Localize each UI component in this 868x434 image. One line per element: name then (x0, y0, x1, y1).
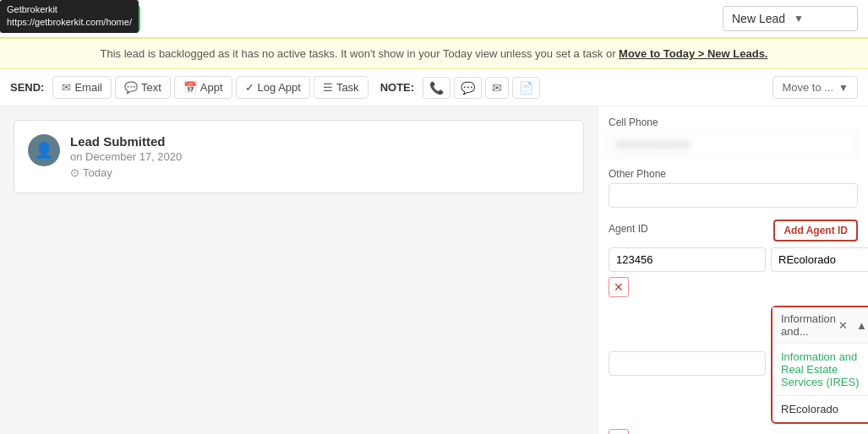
tooltip-line1: Getbrokerkit (7, 3, 132, 16)
agent-mls-input-1[interactable] (771, 247, 868, 272)
agent-row-1: ✕ ▲ (609, 247, 858, 272)
new-lead-dropdown[interactable]: New Lead ▼ (723, 6, 858, 31)
cell-phone-input[interactable] (609, 132, 858, 156)
dropdown-item-recolorado[interactable]: REcolorado (772, 396, 868, 422)
agent-row-2: Information and... ✕ ▲ Information and R… (609, 302, 858, 424)
dropdown-header-text: Information and... (781, 312, 836, 338)
agent-remove-row-2: ✕ (609, 429, 858, 434)
appt-label: Appt (200, 81, 223, 94)
task-icon: ☰ (323, 81, 333, 94)
agent-id-header: Agent ID Add Agent ID (609, 220, 858, 241)
tooltip-line2: https://getbrokerkit.com/home/ (7, 16, 132, 29)
move-to-dropdown[interactable]: Move to ... ▼ (772, 76, 858, 99)
agent-id-input-1[interactable] (609, 247, 766, 272)
task-button[interactable]: ☰ Task (314, 76, 368, 99)
cell-phone-group: Cell Phone (609, 117, 858, 156)
clock-icon: ⊙ (70, 166, 79, 179)
move-to-label: Move to ... (782, 81, 833, 94)
activity-content: Lead Submitted on December 17, 2020 ⊙ To… (70, 134, 182, 179)
activity-today-label: Today (83, 166, 112, 179)
agent-id-group: Agent ID Add Agent ID ✕ ▲ ✕ Information … (609, 220, 858, 434)
calendar-icon: 📅 (183, 81, 197, 94)
phone-note-button[interactable]: 📞 (423, 77, 450, 99)
cell-phone-label: Cell Phone (609, 117, 858, 128)
doc-note-button[interactable]: 📄 (512, 77, 540, 99)
remove-agent-button-2[interactable]: ✕ (609, 429, 629, 434)
other-phone-label: Other Phone (609, 168, 858, 180)
chat-icon: 💬 (124, 81, 138, 94)
activity-title: Lead Submitted (70, 134, 182, 149)
dropdown-header: Information and... ✕ ▲ (772, 307, 868, 344)
dropdown-collapse-button[interactable]: ▲ (854, 319, 868, 332)
send-label: SEND: (10, 81, 44, 94)
note-label: NOTE: (380, 81, 414, 94)
text-button[interactable]: 💬 Text (115, 76, 171, 99)
new-lead-label: New Lead (732, 12, 787, 25)
log-appt-label: Log Appt (258, 81, 301, 94)
dropdown-close-button[interactable]: ✕ (836, 319, 850, 332)
agent-id-input-2[interactable] (609, 351, 766, 376)
person-icon: 👤 (35, 141, 53, 160)
main-content: 👤 Lead Submitted on December 17, 2020 ⊙ … (0, 106, 868, 434)
note-icons: 📞 💬 ✉ 📄 (423, 77, 540, 99)
chat-note-button[interactable]: 💬 (454, 77, 482, 99)
email-button[interactable]: ✉ Email (52, 76, 112, 99)
add-agent-id-button[interactable]: Add Agent ID (773, 220, 858, 241)
other-phone-group: Other Phone (609, 168, 858, 208)
agent-id-label: Agent ID (609, 223, 648, 235)
text-label: Text (141, 81, 161, 94)
activity-date: on December 17, 2020 (70, 150, 182, 163)
task-label: Task (336, 81, 359, 94)
appt-button[interactable]: 📅 Appt (174, 76, 232, 99)
email-label: Email (74, 81, 102, 94)
banner-link[interactable]: Move to Today > New Leads. (619, 47, 767, 60)
agent-remove-row-1: ✕ (609, 277, 858, 297)
other-phone-input[interactable] (609, 183, 858, 208)
remove-agent-button-1[interactable]: ✕ (609, 277, 629, 297)
tooltip: Getbrokerkit https://getbrokerkit.com/ho… (0, 0, 139, 33)
email-note-button[interactable]: ✉ (485, 77, 509, 99)
log-appt-button[interactable]: ✓ Log Appt (236, 76, 310, 99)
activity-card: 👤 Lead Submitted on December 17, 2020 ⊙ … (14, 120, 584, 193)
dropdown-controls: ✕ ▲ (836, 319, 868, 332)
dropdown-item-ires[interactable]: Information and Real Estate Services (IR… (772, 344, 868, 395)
move-to-chevron-icon: ▼ (838, 82, 849, 94)
right-panel: Cell Phone Other Phone Agent ID Add Agen… (598, 106, 868, 434)
chevron-down-icon: ▼ (794, 13, 849, 24)
checkmark-icon: ✓ (245, 81, 254, 94)
avatar: 👤 (28, 134, 60, 166)
top-bar: Getbrokerkit https://getbrokerkit.com/ho… (0, 0, 868, 38)
mls-dropdown-popup: Information and... ✕ ▲ Information and R… (771, 306, 868, 424)
banner-message: This lead is backlogged as it has no act… (101, 47, 616, 60)
activity-today: ⊙ Today (70, 166, 182, 179)
left-panel: 👤 Lead Submitted on December 17, 2020 ⊙ … (0, 106, 598, 434)
email-icon: ✉ (62, 81, 71, 94)
backlog-banner: This lead is backlogged as it has no act… (0, 38, 868, 69)
action-bar: SEND: ✉ Email 💬 Text 📅 Appt ✓ Log Appt ☰… (0, 69, 868, 106)
